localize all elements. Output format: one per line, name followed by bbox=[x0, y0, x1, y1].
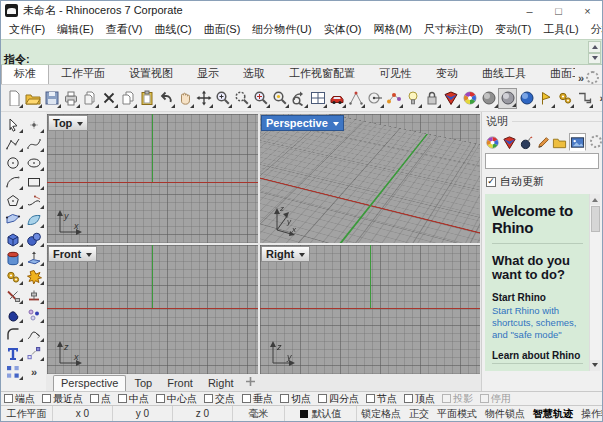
raytrace-sphere-icon[interactable] bbox=[517, 88, 536, 109]
color-wheel-icon[interactable] bbox=[485, 133, 501, 151]
viewport-right-label[interactable]: Right bbox=[261, 246, 310, 262]
auto-update-checkbox[interactable]: ✓ bbox=[486, 177, 496, 187]
bomb-icon[interactable] bbox=[518, 133, 534, 151]
trim-tool-icon[interactable] bbox=[3, 286, 23, 305]
chevron-down-icon[interactable] bbox=[299, 253, 305, 260]
osnap-checkbox[interactable] bbox=[4, 394, 13, 403]
print-icon[interactable] bbox=[61, 88, 80, 109]
menu-item-5[interactable]: 曲面(S) bbox=[198, 20, 247, 39]
ellipse-tool-icon[interactable] bbox=[24, 153, 44, 172]
osnap-checkbox[interactable] bbox=[90, 394, 99, 403]
status-toggle-2[interactable]: 正交 bbox=[405, 407, 433, 421]
close-button[interactable]: × bbox=[573, 1, 602, 20]
toolbar-tab-9[interactable]: 曲线工具 bbox=[470, 65, 538, 84]
units-button[interactable]: 毫米 bbox=[233, 406, 285, 421]
radius-icon[interactable] bbox=[365, 88, 384, 109]
cut-icon[interactable] bbox=[99, 88, 118, 109]
scroll-up-icon[interactable] bbox=[590, 194, 601, 205]
undo-icon[interactable] bbox=[156, 88, 175, 109]
more-icon[interactable]: » bbox=[593, 88, 602, 109]
circle-tool-icon[interactable] bbox=[3, 153, 23, 172]
tab-overflow-chevron[interactable]: » bbox=[578, 72, 584, 84]
fillet-tool-icon[interactable] bbox=[3, 324, 23, 343]
menu-item-2[interactable]: 编辑(E) bbox=[51, 20, 100, 39]
toolbar-gear-icon[interactable] bbox=[586, 71, 599, 84]
osnap-checkbox[interactable] bbox=[366, 394, 375, 403]
measure-icon[interactable] bbox=[346, 88, 365, 109]
scroll-thumb[interactable] bbox=[591, 206, 600, 232]
toolbar-tab-5[interactable]: 选取 bbox=[231, 65, 277, 84]
toolbar-tab-1[interactable]: 标准 bbox=[1, 65, 49, 84]
blend-tool-icon[interactable] bbox=[24, 324, 44, 343]
command-prompt[interactable]: 指令: bbox=[1, 52, 602, 65]
paste-icon[interactable] bbox=[137, 88, 156, 109]
polyline-tool-icon[interactable] bbox=[3, 134, 23, 153]
car-icon[interactable] bbox=[327, 88, 346, 109]
color-wheel-icon[interactable] bbox=[460, 88, 479, 109]
zoom-selected-icon[interactable] bbox=[270, 88, 289, 109]
status-toggle-4[interactable]: 物件锁点 bbox=[481, 407, 529, 421]
menu-item-6[interactable]: 细分物件(U) bbox=[246, 20, 317, 39]
explode-tool-icon[interactable] bbox=[24, 267, 44, 286]
menu-item-1[interactable]: 文件(F) bbox=[3, 20, 51, 39]
scroll-up-icon[interactable] bbox=[588, 41, 601, 53]
move-view-icon[interactable] bbox=[194, 88, 213, 109]
scale-points-tool-icon[interactable] bbox=[24, 343, 44, 362]
rectangle-tool-icon[interactable] bbox=[24, 172, 44, 191]
arc-tool-icon[interactable] bbox=[3, 172, 23, 191]
start-rhino-link[interactable]: Start Rhino with shortcuts, schemes, and… bbox=[492, 305, 583, 341]
osnap-checkbox[interactable] bbox=[404, 394, 413, 403]
shaded-sphere-icon[interactable] bbox=[479, 88, 498, 109]
osnap-item-1[interactable]: 端点 bbox=[4, 392, 35, 406]
chevron-down-icon[interactable] bbox=[77, 122, 83, 129]
save-icon[interactable] bbox=[42, 88, 61, 109]
box-tool-icon[interactable] bbox=[3, 229, 23, 248]
rhino-shield-icon[interactable] bbox=[502, 133, 518, 151]
gears-icon[interactable] bbox=[555, 88, 574, 109]
surface-tool-icon[interactable] bbox=[3, 210, 23, 229]
sphere-tool-icon[interactable] bbox=[24, 229, 44, 248]
pan-icon[interactable] bbox=[175, 88, 194, 109]
lightbulb-icon[interactable] bbox=[403, 88, 422, 109]
named-position-icon[interactable] bbox=[574, 88, 593, 109]
chevron-down-icon[interactable] bbox=[333, 122, 339, 129]
toolbar-tab-8[interactable]: 变动 bbox=[424, 65, 470, 84]
array-tool-icon[interactable] bbox=[3, 362, 23, 381]
snap-points-icon[interactable] bbox=[384, 88, 403, 109]
zoom-in-icon[interactable] bbox=[213, 88, 232, 109]
osnap-checkbox[interactable] bbox=[118, 394, 127, 403]
status-toggle-1[interactable]: 锁定格点 bbox=[357, 407, 405, 421]
render-icon[interactable] bbox=[441, 88, 460, 109]
point-cloud-tool-icon[interactable] bbox=[24, 305, 44, 324]
osnap-checkbox[interactable] bbox=[280, 394, 289, 403]
select-tool-icon[interactable] bbox=[3, 115, 23, 134]
osnap-item-11[interactable]: 顶点 bbox=[404, 392, 435, 406]
split-tool-icon[interactable] bbox=[24, 286, 44, 305]
curve-tool-icon[interactable] bbox=[24, 134, 44, 153]
new-file-icon[interactable] bbox=[4, 88, 23, 109]
viewport-tab-front[interactable]: Front bbox=[160, 376, 200, 391]
osnap-item-7[interactable]: 垂点 bbox=[242, 392, 273, 406]
toolbar-tab-6[interactable]: 工作视窗配置 bbox=[277, 65, 367, 84]
rendered-sphere-icon[interactable] bbox=[498, 88, 517, 109]
menu-item-3[interactable]: 查看(V) bbox=[100, 20, 149, 39]
panel-options-icon[interactable] bbox=[590, 135, 602, 148]
command-area[interactable]: 指令: bbox=[1, 39, 602, 65]
patch-tool-icon[interactable] bbox=[24, 210, 44, 229]
toolbar-tab-3[interactable]: 设置视图 bbox=[117, 65, 185, 84]
copy-icon[interactable] bbox=[118, 88, 137, 109]
add-viewport-icon[interactable] bbox=[246, 377, 255, 388]
open-file-icon[interactable] bbox=[23, 88, 42, 109]
layer-button[interactable]: 默认值 bbox=[285, 406, 357, 421]
status-toggle-5[interactable]: 智慧轨迹 bbox=[529, 407, 577, 421]
menu-item-4[interactable]: 曲线(C) bbox=[148, 20, 197, 39]
osnap-item-9[interactable]: 四分点 bbox=[318, 392, 359, 406]
viewport-layout-icon[interactable] bbox=[308, 88, 327, 109]
notify-flag-icon[interactable] bbox=[536, 88, 555, 109]
osnap-checkbox[interactable] bbox=[242, 394, 251, 403]
chevron-down-icon[interactable] bbox=[86, 253, 92, 260]
lock-icon[interactable] bbox=[422, 88, 441, 109]
gears-tool-tool-icon[interactable] bbox=[3, 267, 23, 286]
blend-surface-tool-icon[interactable] bbox=[3, 305, 23, 324]
osnap-item-8[interactable]: 切点 bbox=[280, 392, 311, 406]
